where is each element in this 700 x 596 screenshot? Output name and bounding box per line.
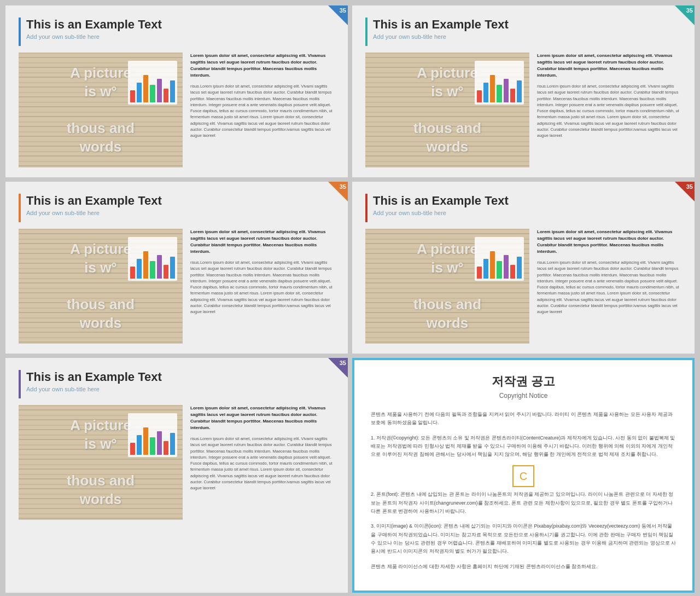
slide-body-4: A pictureis w°thous andwords Lorem ipsum… bbox=[365, 229, 681, 344]
slide-4: 35 This is an Example Text Add your own … bbox=[352, 182, 695, 354]
badge-triangle-4: 35 bbox=[675, 182, 695, 201]
title-text-3: This is an Example Text Add your own sub… bbox=[26, 194, 162, 216]
content-intro-1: Lorem ipsum dolor sit amet, consectetur … bbox=[190, 53, 335, 79]
badge-triangle-5: 35 bbox=[328, 358, 348, 378]
copyright-para4: 3. 이미지(image) & 아이콘(icon): 콘텐츠 내에 삽기되는 이… bbox=[371, 522, 676, 556]
slide-title-4: This is an Example Text bbox=[373, 194, 509, 208]
content-intro-3: Lorem ipsum dolor sit amet, consectetur … bbox=[190, 229, 335, 255]
content-intro-5: Lorem ipsum dolor sit amet, consectetur … bbox=[190, 405, 335, 431]
content-body-1: risus.Lorem ipsum dolor sit amet, consec… bbox=[190, 83, 335, 138]
chart-overlay-2 bbox=[475, 61, 524, 105]
slide-subtitle-5: Add your own sub-title here bbox=[26, 386, 162, 392]
content-body-3: risus.Lorem ipsum dolor sit amet, consec… bbox=[190, 259, 335, 315]
badge-triangle-2: 35 bbox=[675, 5, 695, 25]
content-intro-2: Lorem ipsum dolor sit amet, consectetur … bbox=[537, 53, 681, 79]
chart-overlay-5 bbox=[128, 413, 177, 457]
copyright-slide: 저작권 공고 Copyright Notice 콘텐츠 제품을 사용하기 전에 … bbox=[352, 358, 695, 593]
slide-image-5: A pictureis w°thous andwords bbox=[19, 405, 183, 520]
slide-title-5: This is an Example Text bbox=[26, 370, 162, 384]
title-bar-2: This is an Example Text Add your own sub… bbox=[365, 18, 681, 46]
slide-5: 35 This is an Example Text Add your own … bbox=[5, 358, 348, 593]
copyright-para3: 2. 폰트(font): 콘텐츠 내에 삽입되는 관 폰트는 라이이 나눔폰트의… bbox=[371, 490, 676, 516]
slide-image-3: A pictureis w°thous andwords bbox=[19, 229, 183, 344]
slide-subtitle-4: Add your own sub-title here bbox=[373, 210, 509, 216]
slide-subtitle-1: Add your own sub-title here bbox=[26, 33, 162, 40]
slide-subtitle-3: Add your own sub-title here bbox=[26, 210, 162, 216]
slide-content-1: Lorem ipsum dolor sit amet, consectetur … bbox=[190, 53, 335, 138]
slide-1: 35 This is an Example Text Add your own … bbox=[5, 5, 348, 177]
slide-image-1: A pictureis w°thous andwords bbox=[19, 53, 183, 167]
slide-2: 35 This is an Example Text Add your own … bbox=[352, 5, 695, 177]
copyright-title-en: Copyright Notice bbox=[492, 392, 555, 400]
title-accent-4 bbox=[365, 194, 368, 222]
slide-content-5: Lorem ipsum dolor sit amet, consectetur … bbox=[190, 405, 335, 491]
slide-content-3: Lorem ipsum dolor sit amet, consectetur … bbox=[190, 229, 335, 315]
chart-overlay-4 bbox=[475, 237, 524, 281]
copyright-title: 저작권 공고 Copyright Notice bbox=[492, 373, 555, 400]
copyright-para1: 콘텐츠 제품을 사용하기 전에 다음의 필독과 조항들을 지켜서 읽어 주시기 … bbox=[371, 410, 676, 427]
title-bar-5: This is an Example Text Add your own sub… bbox=[19, 370, 335, 398]
slide-title-3: This is an Example Text bbox=[26, 194, 162, 208]
content-intro-4: Lorem ipsum dolor sit amet, consectetur … bbox=[537, 229, 681, 255]
copyright-body: 콘텐츠 제품을 사용하기 전에 다음의 필독과 조항들을 지켜서 읽어 주시기 … bbox=[371, 410, 676, 577]
slide-subtitle-2: Add your own sub-title here bbox=[373, 33, 509, 40]
title-text-1: This is an Example Text Add your own sub… bbox=[26, 18, 162, 40]
copyright-para5: 콘텐츠 제품 라이이선스에 대한 자세한 사항은 홈페이지 하단에 기재된 콘텐… bbox=[371, 563, 676, 571]
slide-body-5: A pictureis w°thous andwords Lorem ipsum… bbox=[19, 405, 335, 520]
title-bar-4: This is an Example Text Add your own sub… bbox=[365, 194, 681, 222]
content-body-2: risus.Lorem ipsum dolor sit amet, consec… bbox=[537, 83, 681, 138]
slide-body-2: A pictureis w°thous andwords Lorem ipsum… bbox=[365, 53, 681, 167]
badge-number-4: 35 bbox=[686, 183, 693, 190]
badge-number-3: 35 bbox=[340, 183, 346, 190]
slide-content-2: Lorem ipsum dolor sit amet, consectetur … bbox=[537, 53, 681, 138]
content-body-5: risus.Lorem ipsum dolor sit amet, consec… bbox=[190, 436, 335, 491]
title-accent-2 bbox=[365, 18, 368, 46]
title-accent-3 bbox=[19, 194, 21, 222]
chart-overlay-3 bbox=[128, 237, 177, 281]
copyright-para2: 1. 저작권(©copyright): 모든 콘텐츠의 소유 및 저작권은 콘텐… bbox=[371, 434, 676, 459]
title-text-4: This is an Example Text Add your own sub… bbox=[373, 194, 509, 216]
chart-overlay-1 bbox=[128, 61, 177, 105]
intro-bold-1: Lorem ipsum dolor sit amet, consectetur … bbox=[190, 53, 325, 78]
badge-triangle-1: 35 bbox=[328, 5, 348, 25]
badge-number-1: 35 bbox=[340, 7, 346, 14]
intro-bold-2: Lorem ipsum dolor sit amet, consectetur … bbox=[537, 53, 672, 78]
title-text-2: This is an Example Text Add your own sub… bbox=[373, 18, 509, 40]
intro-bold-3: Lorem ipsum dolor sit amet, consectetur … bbox=[190, 229, 325, 254]
slide-image-2: A pictureis w°thous andwords bbox=[365, 53, 529, 167]
content-body-4: risus.Lorem ipsum dolor sit amet, consec… bbox=[537, 259, 681, 315]
copyright-title-ko: 저작권 공고 bbox=[492, 373, 555, 390]
intro-bold-5: Lorem ipsum dolor sit amet, consectetur … bbox=[190, 406, 325, 430]
badge-triangle-3: 35 bbox=[328, 182, 348, 201]
badge-number-2: 35 bbox=[686, 7, 693, 14]
slide-image-4: A pictureis w°thous andwords bbox=[365, 229, 529, 344]
badge-number-5: 35 bbox=[340, 360, 346, 366]
slide-body-1: A pictureis w°thous andwords Lorem ipsum… bbox=[19, 53, 335, 167]
intro-bold-4: Lorem ipsum dolor sit amet, consectetur … bbox=[537, 229, 672, 254]
slide-content-4: Lorem ipsum dolor sit amet, consectetur … bbox=[537, 229, 681, 315]
title-bar-3: This is an Example Text Add your own sub… bbox=[19, 194, 335, 222]
slide-title-2: This is an Example Text bbox=[373, 18, 509, 32]
slide-3: 35 This is an Example Text Add your own … bbox=[5, 182, 348, 354]
slide-body-3: A pictureis w°thous andwords Lorem ipsum… bbox=[19, 229, 335, 344]
title-accent-5 bbox=[19, 370, 21, 398]
title-text-5: This is an Example Text Add your own sub… bbox=[26, 370, 162, 392]
title-accent-1 bbox=[19, 18, 21, 46]
slide-title-1: This is an Example Text bbox=[26, 18, 162, 32]
copyright-icon: C bbox=[512, 465, 534, 487]
title-bar-1: This is an Example Text Add your own sub… bbox=[19, 18, 335, 46]
